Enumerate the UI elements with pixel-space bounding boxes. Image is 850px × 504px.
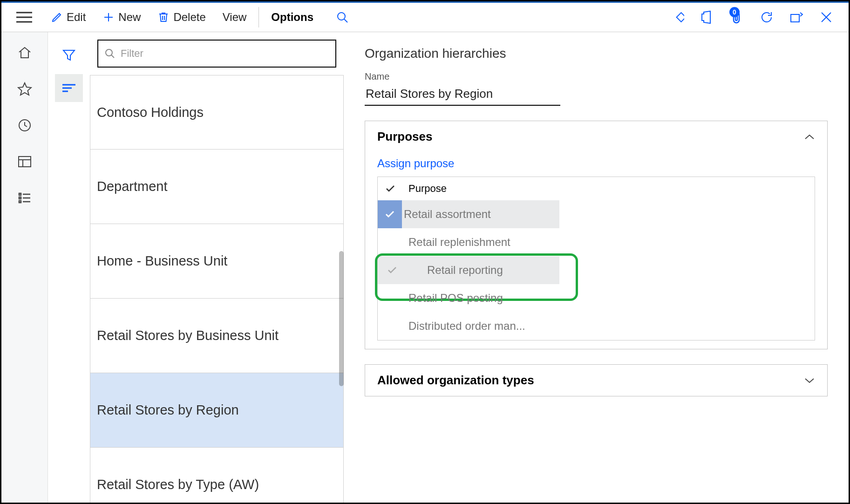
close-button[interactable] bbox=[818, 9, 835, 26]
name-label: Name bbox=[365, 71, 828, 82]
filter-box[interactable] bbox=[97, 40, 336, 68]
attachments-button[interactable]: 0 bbox=[728, 9, 745, 26]
search-icon bbox=[105, 48, 115, 59]
purpose-label: Distributed order man... bbox=[408, 320, 525, 333]
hamburger-button[interactable] bbox=[6, 3, 42, 32]
svg-rect-8 bbox=[791, 14, 799, 22]
sort-button[interactable] bbox=[55, 74, 83, 102]
purpose-grid-header: Purpose bbox=[378, 177, 815, 200]
nav-recent[interactable] bbox=[14, 115, 35, 136]
new-button[interactable]: New bbox=[94, 7, 149, 27]
delete-label: Delete bbox=[173, 11, 205, 24]
purpose-column-label[interactable]: Purpose bbox=[408, 183, 447, 195]
detail-pane: Organization hierarchies Name Retail Sto… bbox=[344, 32, 849, 503]
refresh-button[interactable] bbox=[758, 9, 775, 26]
purpose-grid: Purpose Retail assortmentRetail replenis… bbox=[377, 177, 815, 341]
allowed-types-header[interactable]: Allowed organization types bbox=[365, 365, 827, 396]
svg-rect-15 bbox=[19, 193, 21, 195]
purposes-header[interactable]: Purposes bbox=[365, 121, 827, 152]
page-title: Organization hierarchies bbox=[365, 46, 828, 61]
pencil-icon bbox=[51, 11, 63, 23]
purposes-title: Purposes bbox=[377, 129, 433, 144]
office-icon[interactable] bbox=[699, 9, 715, 26]
allowed-types-title: Allowed organization types bbox=[377, 373, 534, 388]
new-label: New bbox=[118, 11, 141, 24]
filter-input[interactable] bbox=[121, 48, 329, 60]
purpose-row[interactable]: Retail replenishment bbox=[378, 228, 559, 256]
options-label: Options bbox=[271, 11, 313, 24]
svg-rect-17 bbox=[19, 201, 21, 203]
search-button[interactable] bbox=[336, 11, 349, 24]
hierarchy-list-column: Contoso HoldingsDepartmentHome - Busines… bbox=[90, 32, 344, 503]
edit-button[interactable]: Edit bbox=[42, 7, 94, 27]
purpose-label: Retail reporting bbox=[427, 264, 503, 277]
purpose-row[interactable]: Distributed order man... bbox=[378, 312, 559, 340]
action-toolbar: Edit New Delete View Options 0 bbox=[1, 1, 849, 32]
chevron-up-icon bbox=[804, 134, 815, 140]
nav-rail bbox=[1, 32, 48, 503]
purpose-label: Retail POS posting bbox=[408, 292, 503, 305]
check-icon[interactable] bbox=[385, 184, 399, 193]
options-button[interactable]: Options bbox=[263, 7, 322, 27]
purpose-row[interactable]: Retail POS posting bbox=[378, 284, 559, 312]
nav-home[interactable] bbox=[14, 42, 35, 63]
svg-point-24 bbox=[106, 49, 112, 56]
svg-line-25 bbox=[111, 55, 114, 58]
delete-button[interactable]: Delete bbox=[149, 7, 214, 27]
svg-point-5 bbox=[338, 13, 345, 20]
purpose-row[interactable]: Retail assortment bbox=[378, 200, 559, 228]
edit-label: Edit bbox=[67, 11, 86, 24]
svg-rect-16 bbox=[19, 197, 21, 199]
filter-button[interactable] bbox=[55, 41, 83, 69]
popout-button[interactable] bbox=[788, 9, 805, 26]
scrollbar-thumb[interactable] bbox=[339, 251, 344, 386]
view-label: View bbox=[223, 11, 247, 24]
list-item[interactable]: Retail Stores by Business Unit bbox=[90, 299, 344, 373]
name-value[interactable]: Retail Stores by Region bbox=[365, 84, 560, 106]
filter-rail bbox=[48, 32, 90, 503]
purpose-label: Retail assortment bbox=[404, 208, 491, 221]
nav-workspaces[interactable] bbox=[14, 151, 35, 172]
svg-rect-12 bbox=[19, 157, 31, 167]
nav-modules[interactable] bbox=[14, 188, 35, 208]
purpose-label: Retail replenishment bbox=[408, 236, 510, 249]
app-icon[interactable] bbox=[669, 9, 686, 26]
assign-purpose-link[interactable]: Assign purpose bbox=[377, 157, 815, 170]
allowed-types-panel: Allowed organization types bbox=[365, 364, 828, 396]
purpose-row[interactable]: Retail reporting bbox=[378, 256, 559, 284]
list-item[interactable]: Home - Business Unit bbox=[90, 224, 344, 299]
view-button[interactable]: View bbox=[214, 7, 255, 27]
list-item[interactable]: Retail Stores by Region bbox=[90, 373, 344, 448]
list-item[interactable]: Retail Stores by Type (AW) bbox=[90, 448, 344, 503]
hierarchy-list: Contoso HoldingsDepartmentHome - Busines… bbox=[90, 75, 344, 503]
purposes-panel: Purposes Assign purpose Purpose Retail a… bbox=[365, 121, 828, 349]
svg-line-6 bbox=[344, 19, 347, 22]
check-icon bbox=[385, 266, 399, 274]
list-item[interactable]: Contoso Holdings bbox=[90, 75, 344, 150]
toolbar-separator bbox=[258, 7, 259, 27]
nav-favorites[interactable] bbox=[14, 79, 35, 99]
plus-icon bbox=[102, 11, 115, 23]
trash-icon bbox=[157, 11, 170, 23]
list-item[interactable]: Department bbox=[90, 150, 344, 224]
svg-rect-7 bbox=[677, 13, 684, 22]
chevron-down-icon bbox=[804, 377, 815, 384]
check-icon bbox=[378, 200, 402, 228]
attachments-badge: 0 bbox=[729, 7, 740, 17]
